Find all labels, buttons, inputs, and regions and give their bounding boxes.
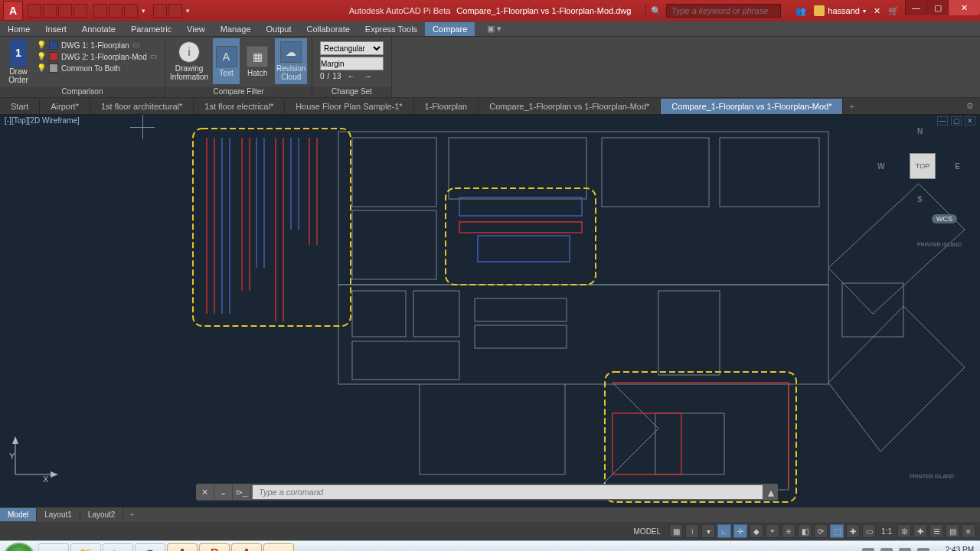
taskbar-ie-icon[interactable]: e bbox=[38, 543, 69, 552]
doctab-elec[interactable]: 1st floor electrical* bbox=[194, 99, 285, 114]
add-layout-button[interactable]: + bbox=[123, 508, 140, 521]
folder-icon[interactable]: ▭ bbox=[150, 52, 159, 61]
filter-text-button[interactable]: A Text bbox=[213, 38, 240, 84]
qat-redo-icon[interactable] bbox=[124, 4, 138, 18]
status-dyn-icon[interactable]: ✚ bbox=[846, 524, 860, 538]
legend-row-dwg2[interactable]: 💡 DWG 2: 1-Floorplan-Mod ▭ bbox=[37, 52, 159, 61]
revision-cloud-button[interactable]: ☁ Revision Cloud bbox=[275, 38, 307, 84]
command-line[interactable]: ✕ ⌄ ⊳_ ▴ bbox=[196, 484, 778, 500]
status-polar-icon[interactable]: ✛ bbox=[733, 524, 747, 538]
close-button[interactable]: ✕ bbox=[948, 0, 980, 15]
tab-model[interactable]: Model bbox=[0, 508, 37, 521]
taskbar-chrome-icon[interactable]: ◉ bbox=[135, 543, 165, 552]
tray-icon[interactable] bbox=[862, 548, 874, 552]
ribbon-extras-button[interactable]: ▣ ▾ bbox=[482, 21, 506, 36]
cart-icon[interactable]: 🛒 bbox=[888, 6, 899, 16]
qat-new-icon[interactable] bbox=[28, 4, 41, 18]
cloud-shape-select[interactable]: Rectangular bbox=[320, 41, 384, 55]
tab-layout1[interactable]: Layout1 bbox=[37, 508, 80, 521]
taskbar-autocad-icon[interactable]: A bbox=[167, 543, 198, 552]
drawing-canvas[interactable]: [-][Top][2D Wireframe] — ▢ ✕ PRINTER ISL… bbox=[0, 115, 980, 507]
tab-annotate[interactable]: Annotate bbox=[74, 22, 123, 36]
exchange-icon[interactable]: ✕ bbox=[874, 6, 880, 16]
lightbulb-icon[interactable]: 💡 bbox=[37, 64, 46, 73]
taskbar-app-icon[interactable]: ▭ bbox=[263, 543, 294, 552]
filter-hatch-button[interactable]: ▦ Hatch bbox=[244, 38, 271, 84]
tab-parametric[interactable]: Parametric bbox=[123, 22, 179, 36]
status-plus-icon[interactable]: ✚ bbox=[913, 524, 927, 538]
status-cycle-icon[interactable]: ⟳ bbox=[814, 524, 828, 538]
tray-icon[interactable] bbox=[880, 548, 893, 552]
command-input[interactable] bbox=[253, 485, 763, 499]
drawing-info-button[interactable]: i Drawing Information bbox=[170, 38, 208, 84]
status-3dsnap-icon[interactable]: ⬚ bbox=[830, 524, 844, 538]
status-transp-icon[interactable]: ◧ bbox=[798, 524, 812, 538]
tab-compare[interactable]: Compare bbox=[425, 22, 475, 36]
draw-order-button[interactable]: 1 Draw Order bbox=[5, 38, 32, 84]
cloud-margin-input[interactable] bbox=[320, 57, 384, 70]
taskbar-media-icon[interactable]: ▶ bbox=[103, 543, 133, 552]
minimize-button[interactable]: — bbox=[905, 0, 926, 15]
doctab-airport[interactable]: Airport* bbox=[40, 99, 90, 114]
qat-plot-icon[interactable] bbox=[93, 4, 107, 18]
doctab-start[interactable]: Start bbox=[0, 99, 40, 114]
status-model-label[interactable]: MODEL bbox=[631, 527, 665, 536]
tab-insert[interactable]: Insert bbox=[38, 22, 74, 36]
search-input[interactable] bbox=[666, 4, 781, 18]
legend-row-dwg1[interactable]: 💡 DWG 1: 1-Floorplan ▭ bbox=[37, 41, 159, 50]
tab-collaborate[interactable]: Collaborate bbox=[299, 22, 358, 36]
doctab-house[interactable]: House Floor Plan Sample-1* bbox=[285, 99, 413, 114]
viewcube-top-face[interactable]: TOP bbox=[910, 153, 936, 179]
cmd-history-icon[interactable]: ▴ bbox=[764, 485, 778, 500]
status-ui-icon[interactable]: ☰ bbox=[929, 524, 943, 538]
qat-undo-icon[interactable] bbox=[109, 4, 122, 18]
next-change-button[interactable]: → bbox=[361, 72, 374, 80]
view-cube[interactable]: N S E W TOP bbox=[873, 126, 965, 217]
qat-extra2-icon[interactable] bbox=[168, 4, 182, 18]
qat-open-icon[interactable] bbox=[43, 4, 57, 18]
doctab-compare2[interactable]: Compare_1-Floorplan vs 1-Floorplan-Mod* bbox=[661, 99, 843, 114]
system-tray[interactable]: ▴ 2:43 PM11/16/2017 bbox=[852, 546, 980, 552]
status-scale[interactable]: 1:1 bbox=[878, 527, 895, 536]
tab-manage[interactable]: Manage bbox=[213, 22, 259, 36]
qat-save-icon[interactable] bbox=[58, 4, 72, 18]
legend-row-common[interactable]: 💡 Common To Both bbox=[37, 64, 159, 73]
status-gear-icon[interactable]: ⚙ bbox=[897, 524, 911, 538]
qat-saveas-icon[interactable] bbox=[74, 4, 87, 18]
lightbulb-icon[interactable]: 💡 bbox=[37, 41, 46, 50]
signin-icon[interactable]: 👥 bbox=[795, 6, 806, 16]
taskbar-autocad2-icon[interactable]: A bbox=[231, 543, 262, 552]
status-snap-icon[interactable]: ⫶ bbox=[685, 524, 699, 538]
status-lwt-icon[interactable]: ≡ bbox=[782, 524, 795, 538]
tab-home[interactable]: Home bbox=[0, 22, 38, 36]
prev-change-button[interactable]: ← bbox=[344, 72, 358, 80]
taskbar-explorer-icon[interactable]: 📁 bbox=[70, 543, 101, 552]
maximize-button[interactable]: ▢ bbox=[926, 0, 948, 15]
tab-layout2[interactable]: Layout2 bbox=[80, 508, 124, 521]
tray-sound-icon[interactable] bbox=[917, 548, 929, 552]
doctab-arch[interactable]: 1st floor architectural* bbox=[90, 99, 194, 114]
tab-view[interactable]: View bbox=[179, 22, 213, 36]
taskbar-powerpoint-icon[interactable]: P bbox=[199, 543, 230, 552]
wcs-badge[interactable]: WCS bbox=[932, 214, 957, 223]
qat-dropdown2-icon[interactable]: ▾ bbox=[184, 4, 191, 18]
qat-extra1-icon[interactable] bbox=[153, 4, 167, 18]
cmd-customize-icon[interactable]: ⌄ bbox=[214, 484, 233, 500]
status-clean-icon[interactable]: ▤ bbox=[946, 524, 959, 538]
tray-network-icon[interactable] bbox=[899, 548, 911, 552]
user-menu[interactable]: hassand ▾ bbox=[814, 5, 866, 16]
tab-output[interactable]: Output bbox=[259, 22, 299, 36]
doctab-options-button[interactable]: ⚙ bbox=[960, 98, 980, 114]
tab-express-tools[interactable]: Express Tools bbox=[358, 22, 425, 36]
status-ortho-icon[interactable]: ∟ bbox=[717, 524, 731, 538]
status-custom-icon[interactable]: ≡ bbox=[962, 524, 975, 538]
cmd-close-icon[interactable]: ✕ bbox=[196, 484, 214, 500]
status-grid-icon[interactable]: ▦ bbox=[669, 524, 683, 538]
folder-icon[interactable]: ▭ bbox=[132, 41, 142, 50]
doctab-floorplan[interactable]: 1-Floorplan bbox=[414, 99, 479, 114]
doctab-compare1[interactable]: Compare_1-Floorplan vs 1-Floorplan-Mod* bbox=[479, 99, 661, 114]
app-menu-button[interactable]: A bbox=[3, 1, 23, 21]
lightbulb-icon[interactable]: 💡 bbox=[37, 52, 46, 61]
new-doc-button[interactable]: + bbox=[843, 99, 860, 114]
status-qv-icon[interactable]: ▭ bbox=[862, 524, 876, 538]
